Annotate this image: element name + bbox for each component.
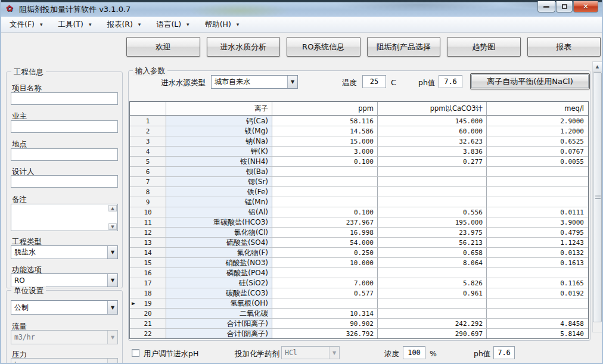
- caco3-cell[interactable]: 242.292: [378, 319, 487, 328]
- caco3-cell[interactable]: 290.697: [378, 329, 487, 338]
- owner-input[interactable]: [11, 120, 118, 133]
- ion-auto-balance-button[interactable]: 离子自动平衡(使用NaCl): [470, 73, 590, 89]
- meq-cell[interactable]: [487, 177, 588, 186]
- meq-cell[interactable]: [487, 298, 588, 308]
- caco3-cell[interactable]: 0.961: [378, 288, 487, 298]
- location-input[interactable]: [11, 148, 118, 161]
- ppm-cell[interactable]: 58.116: [272, 116, 378, 126]
- scrollbar-thumb[interactable]: [593, 72, 602, 322]
- meq-cell[interactable]: [487, 197, 588, 207]
- menu-item[interactable]: 语言(L) ▾: [153, 18, 192, 32]
- concentration-input[interactable]: [403, 346, 425, 359]
- tab-button[interactable]: 趋势图: [447, 37, 521, 57]
- meq-cell[interactable]: 5.8140: [487, 329, 588, 338]
- meq-cell[interactable]: 0.0192: [487, 288, 588, 298]
- table-row[interactable]: 9 锰(Mn): [130, 197, 588, 207]
- ppm-cell[interactable]: 0.100: [272, 157, 378, 166]
- caco3-cell[interactable]: 195.000: [378, 217, 487, 227]
- minimize-button[interactable]: [537, 1, 555, 13]
- ppm-cell[interactable]: [272, 197, 378, 207]
- menu-item[interactable]: 帮助(H) ▾: [201, 18, 243, 32]
- tab-button[interactable]: 报表: [527, 37, 601, 57]
- table-row[interactable]: 22 合计(阴离子) 326.792 290.697 5.8140: [130, 328, 588, 338]
- table-row[interactable]: 8 铁(Fe): [130, 186, 588, 197]
- caco3-cell[interactable]: [378, 187, 487, 197]
- table-row[interactable]: 18 碳酸盐(CO3) 0.577 0.961 0.0192: [130, 288, 588, 298]
- caco3-cell[interactable]: [378, 309, 487, 318]
- table-row[interactable]: 6 钡(Ba): [130, 166, 588, 176]
- meq-cell[interactable]: [487, 167, 588, 176]
- menu-item[interactable]: 报表(R) ▾: [103, 18, 144, 32]
- caco3-cell[interactable]: 23.975: [378, 228, 487, 237]
- ppm-cell[interactable]: 326.792: [272, 329, 378, 338]
- tab-button[interactable]: 进水水质分析: [207, 37, 281, 57]
- table-row[interactable]: 17 硅(SiO2) 7.000 5.826 0.1165: [130, 278, 588, 288]
- table-row[interactable]: 16 磷酸盐(PO4): [130, 267, 588, 278]
- ppm-cell[interactable]: 15.000: [272, 136, 378, 146]
- meq-cell[interactable]: [487, 187, 588, 197]
- user-adjust-ph-checkbox[interactable]: [132, 349, 139, 357]
- ppm-cell[interactable]: [272, 268, 378, 278]
- meq-cell[interactable]: 4.8458: [487, 319, 588, 328]
- scroll-up-icon[interactable]: ▲: [108, 205, 117, 211]
- caco3-cell[interactable]: 145.000: [378, 116, 487, 126]
- chemical-select[interactable]: HCl ▼: [281, 346, 340, 359]
- ppm-cell[interactable]: [272, 177, 378, 186]
- meq-cell[interactable]: 1.2000: [487, 126, 588, 136]
- caco3-cell[interactable]: 5.826: [378, 278, 487, 288]
- project-type-select[interactable]: 脱盐水 ▼: [11, 245, 118, 259]
- caco3-cell[interactable]: [378, 268, 487, 278]
- ppm-cell[interactable]: 54.000: [272, 238, 378, 247]
- project-name-input[interactable]: [11, 92, 118, 105]
- table-row[interactable]: 7 锶(Sr): [130, 176, 588, 186]
- table-row[interactable]: 3 钠(Na) 15.000 32.623 0.6525: [130, 136, 588, 146]
- maximize-button[interactable]: [556, 1, 573, 13]
- caco3-cell[interactable]: [378, 167, 487, 176]
- meq-cell[interactable]: 1.1243: [487, 238, 588, 247]
- table-row[interactable]: 12 氯化物(Cl) 16.998 23.975 0.4795: [130, 227, 588, 237]
- caco3-cell[interactable]: [378, 197, 487, 207]
- ppm-cell[interactable]: [272, 187, 378, 197]
- ph-input[interactable]: [439, 75, 462, 88]
- table-row[interactable]: 5 铵(NH4) 0.100 0.277 0.0055: [130, 156, 588, 166]
- ppm-cell[interactable]: 0.577: [272, 288, 378, 298]
- ppm-cell[interactable]: 0.250: [272, 248, 378, 257]
- meq-cell[interactable]: 0.6525: [487, 136, 588, 146]
- ppm-cell[interactable]: 7.000: [272, 278, 378, 288]
- ppm-cell[interactable]: 0.100: [272, 207, 378, 217]
- table-row[interactable]: 2 镁(Mg) 14.586 60.000 1.2000: [130, 126, 588, 136]
- function-option-select[interactable]: RO ▼: [11, 273, 118, 287]
- table-row[interactable]: 14 氟化物(F) 0.250 0.658 0.0132: [130, 247, 588, 257]
- caco3-cell[interactable]: [378, 298, 487, 308]
- menu-item[interactable]: 文件(F) ▾: [6, 18, 46, 32]
- meq-cell[interactable]: 0.0111: [487, 207, 588, 217]
- tab-button[interactable]: 欢迎: [126, 37, 200, 57]
- ppm-cell[interactable]: 10.314: [272, 309, 378, 318]
- meq-cell[interactable]: 2.9000: [487, 116, 588, 126]
- table-row[interactable]: 21 合计(阳离子) 90.902 242.292 4.8458: [130, 318, 588, 328]
- ppm-cell[interactable]: 10.000: [272, 258, 378, 267]
- ppm-cell[interactable]: 90.902: [272, 319, 378, 328]
- caco3-cell[interactable]: 3.836: [378, 147, 487, 156]
- ppm-cell[interactable]: 3.000: [272, 147, 378, 156]
- table-row[interactable]: 20 二氧化碳 10.314: [130, 308, 588, 318]
- scroll-down-icon[interactable]: ▼: [108, 223, 117, 230]
- meq-cell[interactable]: 0.1165: [487, 278, 588, 288]
- table-row[interactable]: 10 铝(Al) 0.100 0.556 0.0111: [130, 207, 588, 217]
- meq-cell[interactable]: 0.0132: [487, 248, 588, 257]
- scroll-up-icon[interactable]: ▲: [593, 62, 602, 71]
- caco3-cell[interactable]: [378, 177, 487, 186]
- unit-system-select[interactable]: 公制 ▼: [11, 300, 118, 315]
- ppm-cell[interactable]: [272, 167, 378, 176]
- tab-button[interactable]: RO系统信息: [287, 37, 360, 57]
- caco3-cell[interactable]: 60.000: [378, 126, 487, 136]
- caco3-cell[interactable]: 8.064: [378, 258, 487, 267]
- ppm-cell[interactable]: 16.998: [272, 228, 378, 237]
- table-row[interactable]: 4 钾(K) 3.000 3.836 0.0767: [130, 146, 588, 156]
- caco3-cell[interactable]: 0.658: [378, 248, 487, 257]
- table-row[interactable]: 15 硝酸盐(NO3) 10.000 8.064 0.1613: [130, 257, 588, 267]
- water-source-select[interactable]: 城市自来水 ▼: [211, 75, 298, 89]
- caco3-cell[interactable]: 32.623: [378, 136, 487, 146]
- ppm-cell[interactable]: 237.967: [272, 217, 378, 227]
- close-button[interactable]: ✕: [573, 1, 598, 13]
